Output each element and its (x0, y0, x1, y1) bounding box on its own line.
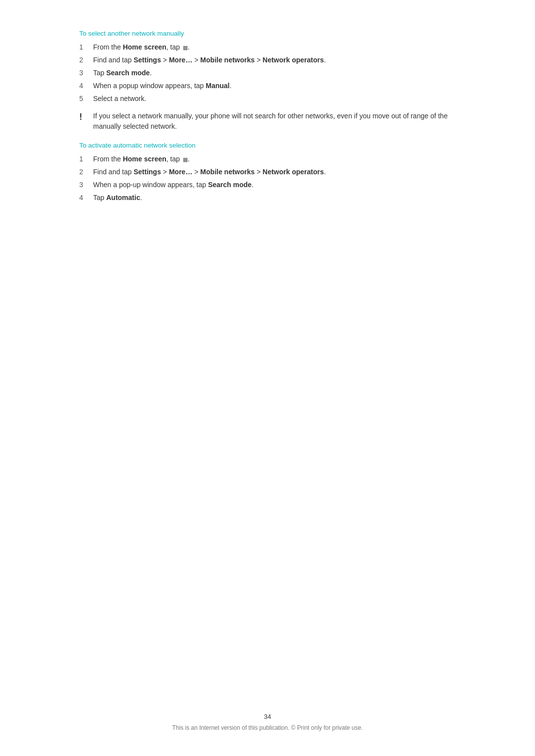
section1: To select another network manually 1 Fro… (79, 30, 456, 132)
list-item: 3 When a pop-up window appears, tap Sear… (79, 180, 456, 190)
list-item: 3 Tap Search mode. (79, 68, 456, 78)
step-number: 1 (79, 42, 93, 52)
list-item: 4 Tap Automatic. (79, 193, 456, 203)
bold-text: Manual (206, 82, 229, 90)
list-item: 4 When a popup window appears, tap Manua… (79, 81, 456, 91)
step-content: When a pop-up window appears, tap Search… (93, 180, 456, 190)
list-item: 5 Select a network. (79, 94, 456, 104)
step-content: When a popup window appears, tap Manual. (93, 81, 456, 91)
step-content: Tap Search mode. (93, 68, 456, 78)
step-number: 3 (79, 68, 93, 78)
bold-text: Search mode (106, 69, 150, 77)
step-content: Find and tap Settings > More… > Mobile n… (93, 55, 456, 65)
step-content: From the Home screen, tap ⁤▦. (93, 154, 456, 164)
section2-title: To activate automatic network selection (79, 142, 456, 149)
step-number: 1 (79, 154, 93, 164)
list-item: 1 From the Home screen, tap ⁤▦. (79, 42, 456, 52)
section1-title: To select another network manually (79, 30, 456, 37)
step-number: 2 (79, 167, 93, 177)
footer-disclaimer: This is an Internet version of this publ… (0, 724, 535, 731)
bold-text: More… (169, 56, 192, 64)
bold-text: More… (169, 168, 192, 176)
step-content: Select a network. (93, 94, 456, 104)
bold-text: Network operators (263, 56, 324, 64)
step-number: 3 (79, 180, 93, 190)
page-footer: 34 This is an Internet version of this p… (0, 713, 535, 731)
bold-text: Home screen (123, 43, 166, 51)
bold-text: Automatic (106, 194, 140, 202)
bold-text: Settings (134, 56, 161, 64)
step-content: From the Home screen, tap ⁤▦. (93, 42, 456, 52)
bold-text: Mobile networks (200, 168, 255, 176)
note-block: ! If you select a network manually, your… (79, 111, 456, 132)
section2-list: 1 From the Home screen, tap ⁤▦. 2 Find a… (79, 154, 456, 203)
step-number: 4 (79, 81, 93, 91)
page-number: 34 (0, 713, 535, 720)
bold-text: Network operators (263, 168, 324, 176)
list-item: 2 Find and tap Settings > More… > Mobile… (79, 167, 456, 177)
grid-icon: ⁤▦ (183, 44, 188, 52)
exclamation-icon: ! (79, 111, 93, 123)
section1-list: 1 From the Home screen, tap ⁤▦. 2 Find a… (79, 42, 456, 104)
note-text: If you select a network manually, your p… (93, 111, 456, 132)
step-number: 4 (79, 193, 93, 203)
step-content: Find and tap Settings > More… > Mobile n… (93, 167, 456, 177)
section2: To activate automatic network selection … (79, 142, 456, 203)
step-number: 5 (79, 94, 93, 104)
list-item: 2 Find and tap Settings > More… > Mobile… (79, 55, 456, 65)
step-number: 2 (79, 55, 93, 65)
bold-text: Search mode (208, 181, 252, 189)
list-item: 1 From the Home screen, tap ⁤▦. (79, 154, 456, 164)
step-content: Tap Automatic. (93, 193, 456, 203)
page-container: To select another network manually 1 Fro… (0, 0, 535, 756)
grid-icon: ⁤▦ (183, 155, 188, 164)
bold-text: Settings (134, 168, 161, 176)
bold-text: Mobile networks (200, 56, 255, 64)
bold-text: Home screen (123, 155, 166, 163)
